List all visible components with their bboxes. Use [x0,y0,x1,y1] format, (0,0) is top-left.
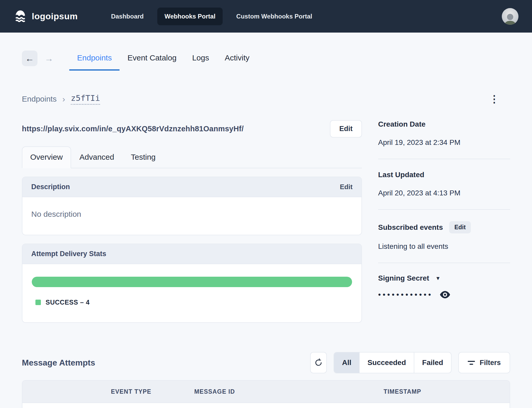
tab-testing[interactable]: Testing [122,146,164,168]
breadcrumb-endpoint-id[interactable]: z5fTIi [71,93,100,105]
reveal-secret-eye-icon[interactable] [440,290,450,299]
chevron-down-icon[interactable]: ▼ [435,275,441,281]
nav-item-webhooks-portal[interactable]: Webhooks Portal [157,8,223,25]
filter-icon [468,361,475,365]
forward-arrow-icon[interactable]: → [41,51,57,66]
portal-tab-bar: ← → Endpoints Event Catalog Logs Activit… [22,50,510,71]
breadcrumb-endpoints-link[interactable]: Endpoints [22,95,57,103]
divider [378,263,510,263]
brand-name: logoipsum [32,11,78,21]
refresh-button[interactable] [310,352,327,373]
tab-overview[interactable]: Overview [22,146,71,168]
message-attempts-table: Event Type Message ID Timestamp ✓ Succee… [22,380,510,408]
chevron-right-icon: › [62,94,65,104]
subscribed-events-label: Subscribed events [378,223,443,232]
breadcrumb: Endpoints › z5fTIi ⋮ [22,92,510,106]
top-nav: logoipsum Dashboard Webhooks Portal Cust… [0,0,532,33]
subscribed-events-value: Listening to all events [378,242,510,251]
tab-activity[interactable]: Activity [217,50,257,71]
success-legend-swatch [35,300,41,305]
delivery-stats-legend: SUCCESS – 4 [32,299,352,306]
segment-failed[interactable]: Failed [414,353,451,373]
message-attempts-title: Message Attempts [22,358,95,368]
segment-succeeded[interactable]: Succeeded [359,353,414,373]
logo-wave-icon [14,10,27,23]
signing-secret-masked-value: •••••••••••• [378,291,433,299]
divider [378,209,510,210]
delivery-stats-success-bar [32,277,352,287]
user-avatar[interactable] [502,8,518,25]
creation-date-label: Creation Date [378,120,510,128]
divider [378,159,510,159]
column-header-event-type: Event Type [111,388,194,395]
column-header-timestamp: Timestamp [384,388,485,395]
success-legend-label: SUCCESS – 4 [46,299,90,306]
tab-advanced[interactable]: Advanced [71,146,122,168]
delivery-stats-title: Attempt Delivery Stats [31,250,106,258]
endpoint-meta-sidebar: Creation Date April 19, 2023 at 2:34 PM … [378,120,510,299]
creation-date-value: April 19, 2023 at 2:34 PM [378,138,510,147]
tab-endpoints[interactable]: Endpoints [69,50,120,71]
refresh-icon [314,358,323,367]
attempts-filter-segmented: All Succeeded Failed [334,352,452,373]
back-arrow-icon[interactable]: ← [22,51,37,66]
main-nav: Dashboard Webhooks Portal Custom Webhook… [104,8,320,25]
column-header-message-id: Message ID [194,388,384,395]
endpoint-menu-kebab-icon[interactable]: ⋮ [486,92,503,106]
description-empty-text: No description [31,210,81,218]
edit-url-button[interactable]: Edit [330,120,362,138]
signing-secret-label: Signing Secret [378,274,429,282]
filters-button[interactable]: Filters [458,352,510,373]
table-header-row: Event Type Message ID Timestamp [22,381,510,403]
brand-logo[interactable]: logoipsum [14,10,78,23]
nav-item-dashboard[interactable]: Dashboard [104,8,151,25]
delivery-stats-card: Attempt Delivery Stats SUCCESS – 4 [22,244,362,323]
delivery-stats-bar-track [32,277,352,287]
description-card-title: Description [31,183,70,191]
tab-event-catalog[interactable]: Event Catalog [120,50,184,71]
last-updated-value: April 20, 2023 at 4:13 PM [378,189,510,197]
edit-description-button[interactable]: Edit [340,183,353,191]
endpoint-detail-tabs: Overview Advanced Testing [22,146,362,168]
filters-button-label: Filters [480,359,501,367]
edit-subscribed-events-button[interactable]: Edit [449,221,471,233]
nav-item-custom-webhooks-portal[interactable]: Custom Webhooks Portal [229,8,320,25]
table-row[interactable]: ✓ Succeeded invoice.created msg_2cJyg8l1… [22,403,510,408]
last-updated-label: Last Updated [378,171,510,179]
endpoint-url: https://play.svix.com/in/e_qyAXKQ58rVdzn… [22,125,244,133]
tab-logs[interactable]: Logs [184,50,217,71]
segment-all[interactable]: All [334,353,359,373]
description-card: Description Edit No description [22,177,362,235]
